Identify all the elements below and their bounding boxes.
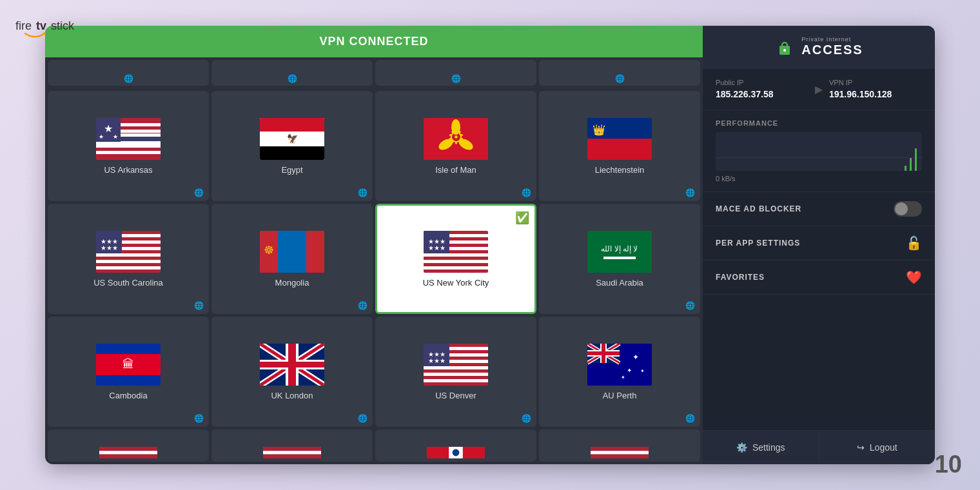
location-name-au-perth: AU Perth — [603, 391, 637, 400]
location-card-us-south-carolina[interactable]: ★★★ ★★★ US South Carolina 🌐 — [48, 204, 209, 314]
public-ip-label: Public IP — [716, 79, 808, 86]
vpn-banner: VPN CONNECTED — [45, 26, 703, 57]
globe-icon-us-arkansas: 🌐 — [194, 188, 204, 197]
svg-rect-21 — [260, 146, 324, 160]
location-card-liechtenstein[interactable]: 👑 Liechtenstein 🌐 — [539, 91, 700, 201]
favorites-label: FAVORITES — [716, 273, 765, 282]
globe-icon-us-denver: 🌐 — [522, 414, 531, 423]
right-panel: Private Internet ACCESS Public IP 185.22… — [703, 26, 935, 464]
svg-rect-101 — [263, 455, 321, 458]
svg-rect-76 — [424, 366, 488, 369]
flag-us-denver: ★★★ ★★★ — [424, 344, 488, 386]
svg-rect-59 — [603, 257, 636, 259]
svg-rect-14 — [96, 154, 161, 160]
svg-text:✦: ✦ — [632, 353, 639, 362]
svg-rect-43 — [278, 231, 306, 273]
location-name-us-denver: US Denver — [435, 391, 476, 400]
partial-bottom-2 — [211, 429, 373, 462]
svg-text:★★★: ★★★ — [101, 244, 118, 251]
public-ip-value: 185.226.37.58 — [716, 89, 808, 99]
globe-icon-us-south-carolina: 🌐 — [194, 301, 204, 310]
chart-baseline — [716, 157, 922, 158]
globe-icon-liechtenstein: 🌐 — [685, 188, 695, 197]
location-card-us-arkansas[interactable]: ★ ★ ★ US Arkansas 🌐 — [48, 91, 209, 201]
svg-rect-13 — [96, 151, 161, 154]
location-name-us-new-york-city: US New York City — [423, 278, 489, 288]
svg-text:✦: ✦ — [640, 368, 645, 374]
public-ip-block: Public IP 185.226.37.58 — [716, 79, 808, 99]
svg-rect-38 — [96, 266, 161, 270]
location-card-au-perth[interactable]: ✦ ✦ ✦ ✦ AU Perth 🌐 — [539, 317, 700, 427]
svg-rect-45 — [306, 231, 324, 273]
pia-header: Private Internet ACCESS — [703, 26, 935, 68]
svg-text:🏛: 🏛 — [122, 357, 134, 371]
selected-check-icon: ✅ — [515, 211, 529, 225]
svg-text:tv: tv — [36, 19, 46, 32]
performance-chart — [716, 132, 922, 171]
flag-saudi-arabia: لا إله إلا الله — [587, 231, 652, 273]
settings-button[interactable]: ⚙️ Settings — [703, 431, 819, 464]
favorites-row[interactable]: FAVORITES ❤️ — [703, 260, 935, 295]
pia-name: ACCESS — [801, 43, 863, 57]
flag-mongolia: ☸ — [260, 231, 324, 273]
firetv-logo: fire tv stick — [15, 15, 86, 44]
flag-us-south-carolina: ★★★ ★★★ — [96, 231, 161, 273]
flag-isle-of-man: ⚙ — [424, 118, 488, 160]
heart-icon: ❤️ — [906, 270, 922, 285]
partial-bottom-1 — [48, 429, 209, 462]
mace-toggle[interactable] — [894, 201, 922, 217]
partial-bottom-3 — [375, 429, 536, 462]
svg-rect-36 — [96, 253, 161, 257]
main-container: VPN CONNECTED 🌐 🌐 🌐 🌐 — [45, 26, 935, 464]
bottom-actions: ⚙️ Settings ↪ Logout — [703, 430, 935, 464]
svg-text:لا إله إلا الله: لا إله إلا الله — [601, 244, 638, 254]
location-card-us-new-york-city[interactable]: ✅ ★★★ ★★★ US New York Ci — [375, 204, 536, 314]
partial-bottom-row — [45, 429, 703, 462]
svg-rect-99 — [263, 447, 321, 451]
svg-text:★★★: ★★★ — [428, 244, 446, 251]
per-app-label: PER APP SETTINGS — [716, 239, 800, 248]
svg-text:stick: stick — [51, 19, 75, 32]
location-name-saudi-arabia: Saudi Arabia — [596, 278, 643, 288]
location-card-cambodia[interactable]: 🏛 Cambodia 🌐 — [48, 317, 209, 427]
globe-icon-isle-of-man: 🌐 — [522, 188, 531, 197]
speed-label: 0 kB/s — [716, 175, 922, 182]
pia-subtitle: Private Internet — [801, 36, 863, 43]
chart-bar-3 — [905, 166, 906, 171]
svg-text:👑: 👑 — [593, 124, 605, 136]
location-name-mongolia: Mongolia — [275, 278, 309, 288]
svg-rect-30 — [587, 139, 652, 160]
location-card-uk-london[interactable]: UK London 🌐 — [211, 317, 373, 427]
globe-icon-au-perth: 🌐 — [685, 414, 695, 423]
partial-card-2: 🌐 — [211, 60, 373, 86]
location-grid: ★ ★ ★ US Arkansas 🌐 🦅 — [45, 88, 703, 429]
svg-rect-106 — [591, 451, 649, 454]
location-card-us-denver[interactable]: ★★★ ★★★ US Denver 🌐 — [375, 317, 536, 427]
svg-text:★★★: ★★★ — [428, 357, 446, 364]
svg-rect-51 — [424, 253, 488, 257]
location-card-egypt[interactable]: 🦅 Egypt 🌐 — [211, 91, 373, 201]
logout-arrow-icon: ↪ — [857, 442, 865, 453]
location-card-saudi-arabia[interactable]: لا إله إلا الله Saudi Arabia 🌐 — [539, 204, 700, 314]
location-card-isle-of-man[interactable]: ⚙ Isle of Man 🌐 — [375, 91, 536, 201]
svg-text:🦅: 🦅 — [287, 133, 299, 144]
location-name-isle-of-man: Isle of Man — [435, 165, 476, 175]
svg-rect-107 — [591, 455, 649, 458]
svg-text:☸: ☸ — [264, 244, 274, 257]
arrow-right-icon: ▶ — [815, 83, 823, 95]
location-card-mongolia[interactable]: ☸ Mongolia 🌐 — [211, 204, 373, 314]
svg-text:✦: ✦ — [621, 375, 625, 380]
svg-point-26 — [451, 119, 460, 135]
vpn-ip-block: VPN IP 191.96.150.128 — [829, 79, 922, 99]
globe-icon-saudi-arabia: 🌐 — [685, 301, 695, 310]
svg-text:★: ★ — [113, 133, 118, 140]
flag-liechtenstein: 👑 — [587, 118, 652, 160]
per-app-row[interactable]: PER APP SETTINGS 🔓 — [703, 226, 935, 260]
settings-gear-icon: ⚙️ — [736, 442, 747, 453]
performance-label: PERFORMANCE — [716, 119, 922, 127]
svg-rect-100 — [263, 451, 321, 454]
logout-button[interactable]: ↪ Logout — [819, 431, 936, 464]
mace-label: MACE AD BLOCKER — [716, 204, 801, 213]
vpn-ip-value: 191.96.150.128 — [829, 89, 922, 99]
svg-point-104 — [453, 449, 460, 456]
